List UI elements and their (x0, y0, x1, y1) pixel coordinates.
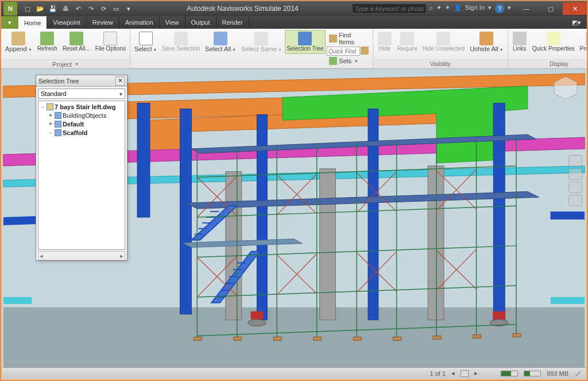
tree-row[interactable]: +BuildingObjects (40, 111, 123, 120)
minimize-button[interactable]: — (514, 2, 539, 15)
svg-rect-55 (194, 337, 202, 340)
properties-icon (586, 32, 588, 45)
require-button[interactable]: Require (395, 30, 420, 54)
refresh-icon[interactable]: ⟳ (99, 4, 108, 13)
pencil-icon[interactable] (574, 370, 581, 377)
panel-title-bar[interactable]: Selection Tree ✕ (36, 75, 127, 87)
tab-viewpoint[interactable]: Viewpoint (47, 16, 87, 29)
save-icon[interactable]: 💾 (48, 4, 57, 13)
help-icon[interactable]: ? (495, 4, 504, 13)
append-button[interactable]: Append▼ (3, 30, 34, 55)
select-same-button[interactable]: Select Same▼ (239, 30, 284, 55)
ribbon-group-project: Append▼ Refresh Reset All... File Option… (1, 29, 130, 68)
tab-review[interactable]: Review (87, 16, 119, 29)
sheet-prev-icon[interactable]: ◂ (451, 370, 455, 377)
horizontal-scrollbar[interactable]: ◂▸ (38, 251, 125, 260)
memory-label: 993 MB (547, 370, 568, 377)
orbit-icon[interactable] (568, 182, 582, 193)
binoculars-icon[interactable]: ⌕ (429, 4, 433, 13)
tab-view[interactable]: View (160, 16, 185, 29)
group-label-display: Display (508, 59, 588, 68)
nav-bar[interactable] (568, 155, 582, 206)
selection-tree-button[interactable]: Selection Tree (285, 30, 326, 54)
hide-button[interactable]: Hide (375, 30, 394, 54)
maximize-button[interactable]: ▢ (539, 2, 563, 15)
svg-rect-57 (273, 337, 281, 340)
redo-icon[interactable]: ↷ (86, 4, 95, 13)
qat-dropdown-icon[interactable]: ▾ (124, 4, 133, 13)
sheet-thumb-icon[interactable] (461, 370, 469, 377)
svg-rect-9 (428, 166, 444, 320)
panel-close-button[interactable]: ✕ (115, 76, 125, 86)
zoom-icon[interactable] (568, 168, 582, 180)
quick-properties-button[interactable]: Quick Properties (530, 30, 577, 54)
scroll-left-icon[interactable]: ◂ (40, 252, 43, 260)
tab-output[interactable]: Output (185, 16, 216, 29)
app-icon[interactable]: N (3, 2, 17, 16)
file-options-icon (103, 32, 117, 45)
select-same-icon (254, 32, 268, 45)
ribbon-group-select-search: Select▼ Save Selection Select All▼ Selec… (130, 29, 373, 68)
keyword-search-input[interactable] (352, 3, 427, 14)
look-icon[interactable] (568, 195, 582, 206)
chevron-down-icon[interactable]: ▼ (75, 62, 79, 66)
file-menu-button[interactable]: ▾ (1, 16, 18, 29)
sheet-next-icon[interactable]: ▸ (474, 370, 478, 377)
links-button[interactable]: Links (510, 30, 529, 54)
svg-rect-61 (433, 336, 441, 339)
cursor-icon (139, 32, 153, 45)
disk-indicator-icon (501, 371, 518, 376)
quick-access-toolbar: ▢ 📂 💾 🖶 ↶ ↷ ⟳ ▭ ▾ (23, 4, 133, 13)
collapse-icon[interactable]: - (48, 129, 53, 136)
properties-button[interactable]: Properties (578, 30, 588, 54)
help-dropdown-icon[interactable]: ▾ (508, 4, 511, 13)
exchange-icon[interactable]: ✶ (445, 4, 450, 13)
tab-render[interactable]: Render (216, 16, 249, 29)
tree-row[interactable]: -7 bays Stair left.dwg (40, 102, 123, 111)
select-button[interactable]: Select▼ (132, 30, 159, 55)
save-selection-button[interactable]: Save Selection (160, 30, 202, 54)
print-icon[interactable]: 🖶 (61, 4, 70, 13)
tree-row[interactable]: -Scaffold (40, 128, 123, 137)
person-icon[interactable]: 👤 (454, 4, 462, 13)
refresh-button[interactable]: Refresh (35, 30, 60, 54)
scroll-right-icon[interactable]: ▸ (120, 252, 123, 260)
tab-home[interactable]: Home (18, 16, 47, 29)
ribbon-group-display: Links Quick Properties Properties Displa… (508, 29, 588, 68)
links-icon (513, 32, 527, 45)
tab-animation[interactable]: Animation (119, 16, 160, 29)
tree-row[interactable]: +Default (40, 120, 123, 128)
group-label-visibility: Visibility (373, 59, 508, 68)
page-indicator: 1 of 1 (430, 370, 446, 377)
open-icon[interactable]: 📂 (36, 4, 45, 13)
tree-mode-dropdown[interactable]: Standard (38, 88, 125, 99)
close-button[interactable]: ✕ (563, 2, 587, 15)
hide-unselected-button[interactable]: Hide Unselected (420, 30, 467, 54)
status-bar: 1 of 1 ◂ ▸ 993 MB (2, 367, 586, 379)
expand-icon[interactable]: + (48, 111, 53, 119)
unhide-all-button[interactable]: Unhide All▼ (467, 30, 505, 55)
file-options-button[interactable]: File Options (93, 30, 128, 54)
key-icon[interactable]: ✦ (436, 4, 442, 13)
sign-in-link[interactable]: Sign In (465, 4, 485, 13)
layer-icon (55, 121, 61, 128)
new-icon[interactable]: ▢ (23, 4, 32, 13)
search-icon[interactable] (361, 47, 369, 55)
view-cube[interactable] (551, 74, 580, 102)
svg-marker-68 (554, 76, 577, 99)
tree-view[interactable]: -7 bays Stair left.dwg +BuildingObjects … (38, 101, 125, 250)
find-items-button[interactable]: Find Items (327, 30, 370, 47)
select-all-button[interactable]: Select All▼ (203, 30, 238, 55)
pan-icon[interactable] (568, 155, 582, 167)
expand-icon[interactable]: + (48, 120, 53, 128)
svg-rect-58 (314, 337, 322, 340)
reset-all-button[interactable]: Reset All... (60, 30, 92, 54)
quick-find-input[interactable] (327, 47, 360, 56)
undo-icon[interactable]: ↶ (74, 4, 83, 13)
collapse-icon[interactable]: - (40, 103, 45, 110)
sets-button[interactable]: Sets▼ (327, 56, 370, 66)
select-icon[interactable]: ▭ (111, 4, 121, 13)
ribbon-collapse-button[interactable]: ◩▾ (566, 16, 587, 29)
ribbon-tabs: ▾ Home Viewpoint Review Animation View O… (1, 16, 587, 29)
dropdown-icon[interactable]: ▾ (488, 4, 492, 13)
